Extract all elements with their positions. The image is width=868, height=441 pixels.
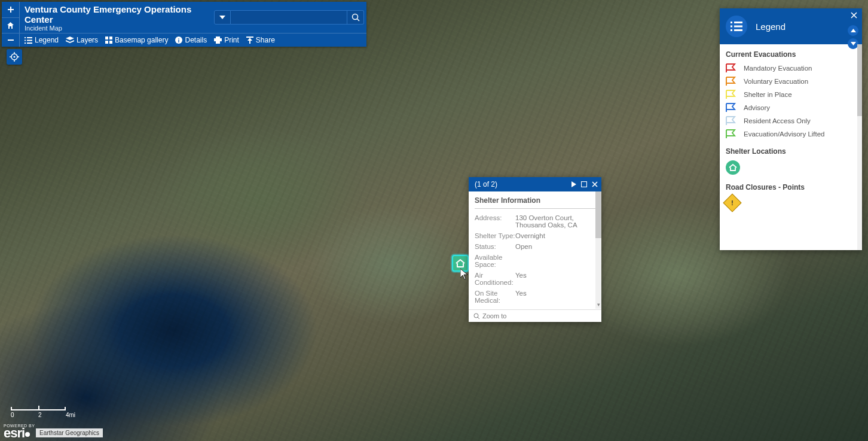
scale-label-0: 0 [11, 412, 14, 418]
flag-icon [726, 129, 738, 139]
popup-row-space: Available Space: [475, 252, 595, 270]
legend-section-road: Road Closures - Points [726, 183, 856, 191]
popup-pager: (1 of 2) [475, 180, 571, 188]
app-header: Ventura County Emergency Operations Cent… [2, 2, 366, 47]
layers-icon [66, 37, 74, 44]
menu-legend-label: Legend [35, 36, 59, 44]
legend-item-mandatory: Mandatory Evacuation [726, 63, 856, 73]
grid-icon [105, 37, 112, 44]
menu-layers-label: Layers [77, 36, 98, 44]
menu-print[interactable]: Print [214, 36, 239, 44]
flag-icon [726, 116, 738, 126]
legend-item-lifted: Evacuation/Advisory Lifted [726, 129, 856, 139]
menu-share[interactable]: Share [246, 36, 275, 44]
shelter-circle-icon [726, 160, 740, 175]
zoom-out-button[interactable] [2, 34, 19, 47]
locate-button[interactable] [7, 49, 22, 65]
legend-section-shelters: Shelter Locations [726, 147, 856, 156]
legend-item-shelter-in-place: Shelter in Place [726, 90, 856, 99]
plus-icon [7, 6, 14, 13]
search-input[interactable] [231, 10, 347, 25]
scale-bar: 0 2 4mi [11, 407, 75, 418]
popup-row-medical: On Site Medical:Yes [475, 288, 595, 306]
svg-text:i: i [178, 38, 180, 44]
menu-basemap[interactable]: Basemap gallery [105, 36, 168, 44]
legend-item-voluntary: Voluntary Evacuation [726, 77, 856, 86]
flag-icon [726, 90, 738, 99]
search-scope-dropdown[interactable] [214, 10, 231, 25]
popup-row-type: Shelter Type:Overnight [475, 230, 595, 241]
popup-zoom-label: Zoom to [482, 312, 506, 320]
legend-header: Legend [720, 8, 862, 44]
scale-label-1: 2 [38, 412, 42, 418]
popup-row-status: Status:Open [475, 241, 595, 252]
popup-close-button[interactable] [592, 181, 598, 187]
locate-icon [10, 52, 19, 62]
svg-point-4 [14, 56, 16, 58]
popup-zoom-to[interactable]: Zoom to [469, 309, 601, 322]
legend-label: Evacuation/Advisory Lifted [744, 130, 825, 138]
legend-body[interactable]: Current Evacuations Mandatory Evacuation… [720, 44, 862, 250]
popup-row-ac: Air Conditioned:Yes [475, 270, 595, 288]
legend-scrollbar[interactable] [857, 44, 862, 250]
legend-label: Shelter in Place [744, 91, 792, 98]
legend-section-evacuations: Current Evacuations [726, 50, 856, 59]
legend-header-icon [726, 16, 747, 37]
popup-header[interactable]: (1 of 2) [469, 177, 601, 191]
attribution-text[interactable]: Earthstar Geographics [36, 428, 103, 437]
list-icon [25, 37, 32, 44]
legend-item-advisory: Advisory [726, 103, 856, 112]
warning-diamond-icon: ! [723, 193, 741, 212]
popup-next-button[interactable] [571, 181, 576, 187]
search-button[interactable] [347, 10, 364, 25]
home-icon [7, 22, 14, 29]
info-icon: i [175, 37, 182, 44]
popup-row-address: Address:130 Overton Court, Thousand Oaks… [475, 212, 595, 230]
popup-title: Shelter Information [475, 196, 595, 209]
legend-collapse-up-button[interactable] [848, 25, 858, 36]
flag-icon [726, 77, 738, 86]
legend-label: Mandatory Evacuation [744, 65, 812, 72]
flag-icon [726, 63, 738, 73]
share-icon [246, 37, 253, 44]
svg-point-6 [474, 314, 478, 318]
feature-popup: (1 of 2) Shelter Information Address:130… [469, 177, 601, 322]
menu-details[interactable]: i Details [175, 36, 207, 44]
popup-maximize-button[interactable] [581, 181, 587, 187]
print-icon [214, 37, 222, 44]
legend-title: Legend [756, 22, 786, 32]
app-title: Ventura County Emergency Operations Cent… [25, 4, 209, 25]
legend-label: Resident Access Only [744, 117, 811, 124]
legend-item-shelter [726, 160, 856, 175]
magnifier-plus-icon [473, 313, 480, 320]
menu-layers[interactable]: Layers [66, 36, 98, 44]
maximize-icon [581, 181, 587, 187]
menu-basemap-label: Basemap gallery [115, 36, 168, 44]
triangle-right-icon [571, 181, 576, 187]
list-icon [731, 22, 742, 31]
flag-icon [726, 103, 738, 112]
close-icon [851, 12, 857, 19]
menu-share-label: Share [256, 36, 275, 44]
menu-legend[interactable]: Legend [25, 36, 59, 44]
legend-item-resident-access: Resident Access Only [726, 116, 856, 126]
esri-logo[interactable]: POWERED BY esri [4, 424, 35, 439]
app-subtitle: Incident Map [25, 25, 209, 32]
chevron-up-icon [851, 29, 856, 32]
legend-close-button[interactable] [851, 12, 857, 19]
search-icon [352, 13, 360, 22]
close-icon [592, 181, 598, 187]
popup-scrollbar[interactable]: ▾ [595, 191, 601, 309]
legend-panel: Legend Current Evacuations Mandatory Eva… [720, 8, 862, 250]
legend-label: Voluntary Evacuation [744, 78, 808, 85]
svg-rect-5 [582, 182, 587, 187]
chevron-down-icon [219, 16, 225, 19]
shelter-marker[interactable] [452, 255, 469, 272]
legend-label: Advisory [744, 104, 770, 111]
menu-details-label: Details [185, 36, 207, 44]
zoom-in-button[interactable] [2, 2, 19, 18]
legend-item-road-closure: ! [726, 196, 856, 209]
home-button[interactable] [2, 18, 19, 34]
minus-icon [7, 37, 14, 44]
scale-label-2: 4mi [66, 412, 75, 418]
